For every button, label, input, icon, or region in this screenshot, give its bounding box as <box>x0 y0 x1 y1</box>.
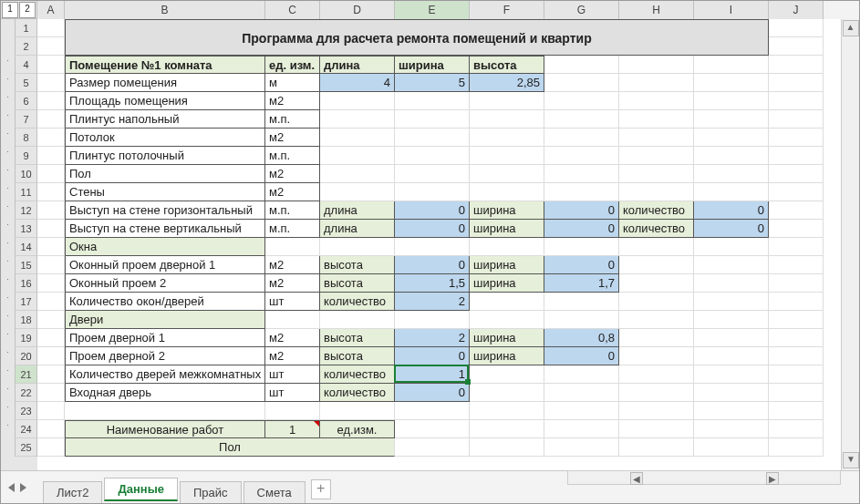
vertical-scrollbar[interactable]: ▲ ▼ <box>841 19 859 470</box>
row-header-20[interactable]: 20 <box>16 347 37 365</box>
column-header-A[interactable]: A <box>37 1 65 19</box>
column-header-B[interactable]: B <box>65 1 265 19</box>
cell-I17[interactable] <box>694 293 769 311</box>
cell-I15[interactable] <box>694 256 769 274</box>
column-header-G[interactable]: G <box>544 1 619 19</box>
cell-J21[interactable] <box>769 365 824 384</box>
row-header-25[interactable]: 25 <box>16 438 37 457</box>
cell-E4[interactable]: ширина <box>395 56 470 74</box>
cell-C18[interactable] <box>265 311 320 329</box>
outline-level-1[interactable]: 1 <box>2 2 18 18</box>
cell-F17[interactable] <box>470 293 544 311</box>
cell-G13[interactable]: 0 <box>544 220 619 238</box>
cell-A15[interactable] <box>37 256 65 274</box>
cell-B23[interactable] <box>65 402 265 420</box>
cell-H15[interactable] <box>619 256 694 274</box>
cell-J11[interactable] <box>769 183 824 201</box>
cell-A1[interactable] <box>37 19 65 37</box>
cell-H25[interactable] <box>619 438 694 457</box>
cell-I11[interactable] <box>694 183 769 201</box>
cell-grid[interactable]: Помещение №1 комнатаед. изм.длинаширинав… <box>37 19 841 470</box>
cell-I6[interactable] <box>694 92 769 110</box>
row-header-6[interactable]: 6 <box>16 92 37 110</box>
cell-B14[interactable]: Окна <box>65 238 265 256</box>
cell-H11[interactable] <box>619 183 694 201</box>
row-header-2[interactable]: 2 <box>16 37 37 56</box>
cell-I12[interactable]: 0 <box>694 201 769 220</box>
cell-H20[interactable] <box>619 347 694 365</box>
cell-J14[interactable] <box>769 238 824 256</box>
row-header-8[interactable]: 8 <box>16 129 37 147</box>
cell-C8[interactable]: м2 <box>265 129 320 147</box>
cell-H8[interactable] <box>619 129 694 147</box>
cell-D17[interactable]: количество <box>320 293 395 311</box>
cell-G15[interactable]: 0 <box>544 256 619 274</box>
cell-F10[interactable] <box>470 165 544 183</box>
cell-B24[interactable]: Наименование работ <box>65 420 265 438</box>
cell-F22[interactable] <box>470 384 544 402</box>
cell-F25[interactable] <box>470 438 544 457</box>
cell-B15[interactable]: Оконный проем дверной 1 <box>65 256 265 274</box>
cell-C9[interactable]: м.п. <box>265 147 320 165</box>
cell-C23[interactable] <box>265 402 320 420</box>
cell-E11[interactable] <box>395 183 470 201</box>
cell-F8[interactable] <box>470 129 544 147</box>
cell-D19[interactable]: высота <box>320 329 395 347</box>
cell-G8[interactable] <box>544 129 619 147</box>
cell-E13[interactable]: 0 <box>395 220 470 238</box>
cell-F20[interactable]: ширина <box>470 347 544 365</box>
cell-E5[interactable]: 5 <box>395 74 470 92</box>
cell-F24[interactable] <box>470 420 544 438</box>
cell-J16[interactable] <box>769 274 824 293</box>
cell-J1[interactable] <box>769 19 824 37</box>
cell-D21[interactable]: количество <box>320 365 395 384</box>
cell-G7[interactable] <box>544 110 619 129</box>
cell-B11[interactable]: Стены <box>65 183 265 201</box>
cell-A8[interactable] <box>37 129 65 147</box>
cell-A12[interactable] <box>37 201 65 220</box>
column-header-D[interactable]: D <box>320 1 395 19</box>
cell-H21[interactable] <box>619 365 694 384</box>
cell-G24[interactable] <box>544 420 619 438</box>
cell-G11[interactable] <box>544 183 619 201</box>
row-header-7[interactable]: 7 <box>16 110 37 129</box>
cell-H16[interactable] <box>619 274 694 293</box>
cell-G5[interactable] <box>544 74 619 92</box>
cell-B6[interactable]: Площадь помещения <box>65 92 265 110</box>
cell-I19[interactable] <box>694 329 769 347</box>
cell-E7[interactable] <box>395 110 470 129</box>
cell-D16[interactable]: высота <box>320 274 395 293</box>
cell-J15[interactable] <box>769 256 824 274</box>
cell-G14[interactable] <box>544 238 619 256</box>
cell-F23[interactable] <box>470 402 544 420</box>
sheet-tab-Смета[interactable]: Смета <box>243 481 306 503</box>
cell-E15[interactable]: 0 <box>395 256 470 274</box>
sheet-tab-Лист2[interactable]: Лист2 <box>43 481 102 503</box>
cell-G16[interactable]: 1,7 <box>544 274 619 293</box>
row-header-14[interactable]: 14 <box>16 238 37 256</box>
column-header-E[interactable]: E <box>395 1 470 19</box>
tab-next-icon[interactable] <box>20 483 26 492</box>
cell-B21[interactable]: Количество дверей межкомнатных <box>65 365 265 384</box>
cell-C11[interactable]: м2 <box>265 183 320 201</box>
cell-C6[interactable]: м2 <box>265 92 320 110</box>
cell-E22[interactable]: 0 <box>395 384 470 402</box>
cell-D13[interactable]: длина <box>320 220 395 238</box>
cell-D8[interactable] <box>320 129 395 147</box>
cell-C10[interactable]: м2 <box>265 165 320 183</box>
cell-I10[interactable] <box>694 165 769 183</box>
cell-E25[interactable] <box>395 438 470 457</box>
cell-H7[interactable] <box>619 110 694 129</box>
cell-G25[interactable] <box>544 438 619 457</box>
cell-H19[interactable] <box>619 329 694 347</box>
cell-I18[interactable] <box>694 311 769 329</box>
cell-G18[interactable] <box>544 311 619 329</box>
cell-I9[interactable] <box>694 147 769 165</box>
cell-H10[interactable] <box>619 165 694 183</box>
cell-B10[interactable]: Пол <box>65 165 265 183</box>
cell-E21[interactable]: 1 <box>395 365 470 384</box>
cell-B5[interactable]: Размер помещения <box>65 74 265 92</box>
cell-D10[interactable] <box>320 165 395 183</box>
cell-C21[interactable]: шт <box>265 365 320 384</box>
cell-F7[interactable] <box>470 110 544 129</box>
